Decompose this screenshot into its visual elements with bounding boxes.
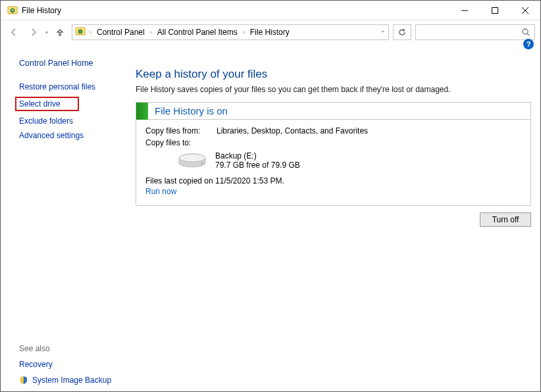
svg-point-8 [523, 29, 528, 34]
maximize-button[interactable] [480, 1, 510, 20]
turn-off-button[interactable]: Turn off [480, 212, 531, 227]
control-panel-home-link[interactable]: Control Panel Home [19, 59, 125, 68]
page-subheading: File History saves copies of your files … [136, 85, 531, 94]
select-drive-highlight: Select drive [15, 97, 79, 111]
svg-point-12 [201, 162, 203, 164]
app-icon [7, 5, 18, 16]
status-color-bar [136, 103, 148, 120]
back-button[interactable] [6, 24, 22, 40]
window-title: File History [22, 6, 61, 15]
exclude-folders-link[interactable]: Exclude folders [19, 116, 125, 126]
drive-icon [176, 152, 209, 169]
sidebar: Control Panel Home Restore personal file… [1, 44, 136, 391]
svg-rect-3 [492, 7, 498, 13]
drive-free-space: 79.7 GB free of 79.9 GB [215, 160, 300, 170]
restore-personal-files-link[interactable]: Restore personal files [19, 82, 125, 91]
address-dropdown-icon[interactable]: ⌄ [380, 27, 386, 34]
system-image-backup-link[interactable]: System Image Backup [19, 376, 125, 385]
chevron-right-icon[interactable]: › [242, 29, 246, 36]
breadcrumb-all-items[interactable]: All Control Panel Items [156, 28, 239, 37]
help-icon[interactable]: ? [523, 39, 534, 49]
select-drive-link[interactable]: Select drive [19, 99, 61, 109]
advanced-settings-link[interactable]: Advanced settings [19, 131, 125, 140]
see-also-label: See also [19, 344, 125, 353]
search-input[interactable] [415, 24, 535, 40]
chevron-right-icon[interactable]: › [88, 29, 93, 36]
status-title: File History is on [148, 105, 228, 116]
status-panel: File History is on Copy files from: Libr… [136, 102, 531, 206]
main-content: ? Keep a history of your files File Hist… [136, 44, 540, 391]
recent-dropdown-icon[interactable]: ▾ [45, 30, 48, 36]
drive-name: Backup (E:) [215, 151, 300, 160]
close-button[interactable] [510, 1, 540, 20]
run-now-link[interactable]: Run now [145, 187, 521, 196]
svg-point-7 [78, 30, 82, 34]
last-copied-text: Files last copied on 11/5/2020 1:53 PM. [145, 176, 521, 185]
up-button[interactable] [52, 24, 68, 40]
search-icon [521, 28, 530, 37]
copy-from-label: Copy files from: [145, 126, 217, 135]
address-icon [75, 26, 86, 39]
breadcrumb-control-panel[interactable]: Control Panel [95, 28, 146, 37]
drive-info: Backup (E:) 79.7 GB free of 79.9 GB [176, 151, 521, 170]
svg-point-11 [179, 154, 205, 162]
copy-from-value: Libraries, Desktop, Contacts, and Favori… [217, 126, 368, 135]
minimize-button[interactable] [450, 1, 480, 20]
title-bar: File History [1, 1, 540, 20]
breadcrumb-file-history[interactable]: File History [249, 28, 291, 37]
status-header: File History is on [136, 103, 530, 120]
page-heading: Keep a history of your files [136, 68, 531, 81]
nav-row: ▾ › Control Panel › All Control Panel It… [1, 20, 540, 44]
forward-button[interactable] [26, 24, 41, 40]
chevron-right-icon[interactable]: › [149, 29, 153, 36]
svg-line-9 [527, 34, 529, 36]
recovery-link[interactable]: Recovery [19, 360, 125, 369]
copy-to-label: Copy files to: [145, 138, 217, 147]
refresh-button[interactable] [393, 24, 411, 40]
shield-icon [19, 376, 28, 385]
system-image-backup-label: System Image Backup [32, 376, 111, 385]
address-bar[interactable]: › Control Panel › All Control Panel Item… [72, 24, 389, 40]
